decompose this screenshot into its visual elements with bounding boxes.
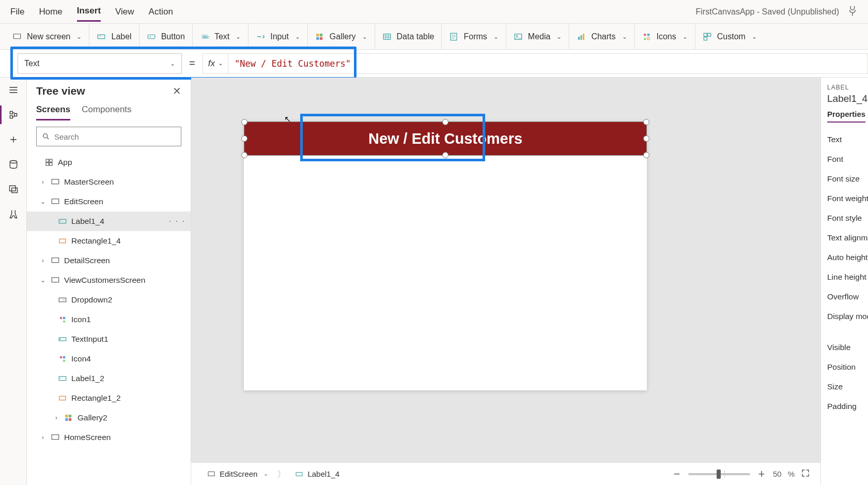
resize-handle-tl[interactable] (241, 119, 247, 125)
more-options-button[interactable]: · · · (169, 217, 185, 226)
prop-row-auto-height[interactable]: Auto height (827, 248, 868, 267)
prop-row-overflow[interactable]: Overflow (827, 287, 868, 307)
tree-search-box[interactable] (36, 127, 181, 146)
expand-toggle[interactable]: ⌄ (39, 277, 47, 284)
ribbon-charts[interactable]: Charts ⌄ (569, 24, 634, 49)
tree-search-input[interactable] (54, 132, 176, 141)
ribbon-text[interactable]: Abc Text ⌄ (193, 24, 249, 49)
canvas-area[interactable]: New / Edit Customers ↖ (191, 78, 820, 462)
menu-file[interactable]: File (10, 3, 24, 21)
zoom-slider-100-mark (724, 471, 725, 478)
tree-item-gallery2[interactable]: ›Gallery2 (27, 408, 191, 428)
search-icon (42, 132, 50, 141)
rail-tools[interactable] (6, 207, 21, 221)
breadcrumb-screen[interactable]: EditScreen ⌄ (202, 467, 274, 481)
menu-view[interactable]: View (115, 3, 134, 21)
expand-toggle[interactable]: › (39, 178, 47, 186)
tree-item-rectangle1-4[interactable]: Rectangle1_4 (27, 231, 191, 251)
zoom-slider[interactable] (688, 473, 750, 475)
tree-item-viewcustomersscreen[interactable]: ⌄ViewCustomersScreen (27, 270, 191, 290)
ribbon-media[interactable]: Media ⌄ (506, 24, 570, 49)
menu-action[interactable]: Action (149, 3, 173, 21)
rail-hamburger[interactable] (6, 83, 21, 97)
tab-properties[interactable]: Properties (827, 110, 865, 123)
rail-data[interactable] (6, 157, 21, 172)
expand-toggle[interactable]: › (39, 257, 47, 264)
prop-row-font-weight[interactable]: Font weight (827, 189, 868, 208)
tree-item-icon1[interactable]: Icon1 (27, 310, 191, 329)
resize-handle-tr[interactable] (643, 119, 649, 125)
rail-insert[interactable] (6, 132, 21, 147)
rail-media[interactable] (6, 182, 21, 196)
addicon-icon (58, 354, 67, 363)
tree-item-masterscreen[interactable]: ›MasterScreen (27, 172, 191, 192)
ribbon-custom[interactable]: Custom ⌄ (695, 24, 764, 49)
property-selector[interactable]: Text ⌄ (18, 53, 182, 74)
menu-insert[interactable]: Insert (77, 2, 101, 22)
tree-item-label1-4[interactable]: Label1_4· · · (27, 211, 191, 231)
prop-row-padding[interactable]: Padding (827, 397, 868, 416)
left-rail (0, 78, 27, 485)
tree-item-icon4[interactable]: Icon4 (27, 349, 191, 369)
new-screen-icon (12, 32, 22, 41)
zoom-slider-thumb[interactable] (717, 469, 721, 479)
prop-row-size[interactable]: Size (827, 377, 868, 397)
rail-tree-view[interactable] (6, 108, 21, 122)
app-checker-icon[interactable] (846, 5, 858, 19)
menu-left-group: File Home Insert View Action (10, 2, 173, 22)
ribbon-data-table[interactable]: Data table (375, 24, 442, 49)
prop-row-display-mod[interactable]: Display mod (827, 307, 868, 326)
ribbon-forms[interactable]: Forms ⌄ (442, 24, 506, 49)
ribbon-icons[interactable]: Icons ⌄ (635, 24, 695, 49)
svg-rect-42 (63, 356, 66, 359)
fit-to-window-button[interactable] (801, 468, 810, 479)
close-icon[interactable]: ✕ (173, 85, 181, 97)
prop-row-text-alignme[interactable]: Text alignme (827, 228, 868, 248)
resize-handle-bc[interactable] (442, 152, 448, 158)
prop-row-font[interactable]: Font (827, 149, 868, 169)
prop-row-visible[interactable]: Visible (827, 338, 868, 357)
resize-handle-mr[interactable] (643, 135, 649, 142)
dropdown-icon (58, 295, 67, 305)
ribbon-label[interactable]: Label (89, 24, 139, 49)
tree-item-detailscreen[interactable]: ›DetailScreen (27, 251, 191, 270)
tab-screens[interactable]: Screens (36, 104, 70, 120)
fx-button[interactable]: fx ⌄ (203, 53, 228, 74)
resize-handle-ml[interactable] (241, 135, 247, 142)
ribbon-input[interactable]: Input ⌄ (249, 24, 308, 49)
resize-handle-br[interactable] (643, 152, 649, 158)
prop-row-font-style[interactable]: Font style (827, 208, 868, 228)
zoom-in-button[interactable]: + (756, 467, 767, 481)
expand-toggle[interactable]: ⌄ (39, 198, 47, 205)
expand-toggle[interactable]: › (39, 434, 47, 441)
media-icon (514, 32, 523, 41)
tab-components[interactable]: Components (82, 104, 131, 120)
ribbon-new-screen[interactable]: New screen ⌄ (5, 24, 89, 49)
formula-input[interactable]: "New / Edit Customers" (228, 53, 868, 74)
resize-handle-tc[interactable] (442, 119, 448, 125)
expand-toggle[interactable]: › (53, 414, 60, 421)
ribbon-button[interactable]: Button (140, 24, 193, 49)
prop-row-line-height[interactable]: Line height (827, 267, 868, 287)
tree-item-rectangle1-2[interactable]: Rectangle1_2 (27, 388, 191, 408)
ribbon-gallery[interactable]: Gallery ⌄ (308, 24, 375, 49)
tree-item-label1-2[interactable]: Label1_2 (27, 369, 191, 388)
prop-row-font-size[interactable]: Font size (827, 169, 868, 189)
tree-item-homescreen[interactable]: ›HomeScreen (27, 428, 191, 447)
svg-point-41 (60, 356, 63, 359)
chevron-down-icon: ⌄ (76, 33, 82, 40)
canvas-screen[interactable]: New / Edit Customers (244, 122, 647, 390)
resize-handle-bl[interactable] (241, 152, 247, 158)
prop-row-text[interactable]: Text (827, 130, 868, 149)
breadcrumb-control[interactable]: Label1_4 (289, 467, 345, 481)
tree-item-textinput1[interactable]: TextInput1 (27, 329, 191, 349)
tree-item-dropdown2[interactable]: Dropdown2 (27, 290, 191, 310)
tree-list[interactable]: App›MasterScreen⌄EditScreenLabel1_4· · ·… (27, 153, 191, 485)
tree-item-app[interactable]: App (27, 153, 191, 172)
menu-home[interactable]: Home (39, 3, 62, 21)
chevron-down-icon: ⌄ (170, 60, 175, 67)
prop-row-position[interactable]: Position (827, 357, 868, 377)
label-icon (97, 32, 106, 41)
zoom-out-button[interactable]: − (672, 467, 682, 481)
tree-item-editscreen[interactable]: ⌄EditScreen (27, 192, 191, 211)
